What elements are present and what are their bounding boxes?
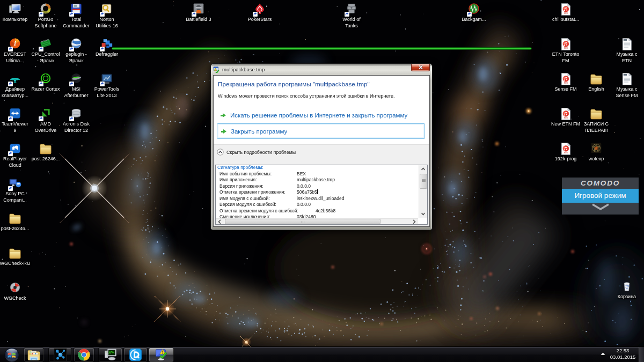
svg-text:T: T <box>350 6 353 10</box>
svg-text:i: i <box>14 40 16 47</box>
